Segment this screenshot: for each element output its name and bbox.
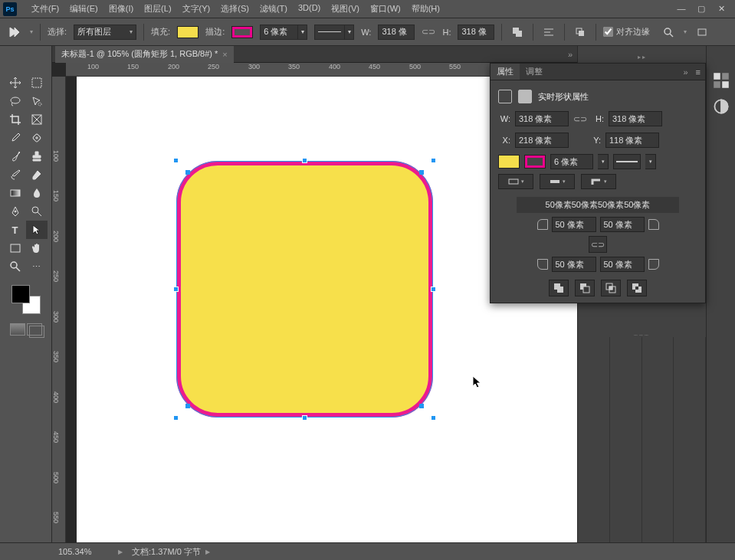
menu-image[interactable]: 图像(I) — [105, 2, 137, 16]
path-arrangement-icon[interactable] — [572, 24, 589, 41]
anchor[interactable] — [185, 170, 190, 175]
width-input[interactable] — [378, 25, 415, 40]
pathop-subtract-icon[interactable] — [575, 280, 595, 296]
menu-3d[interactable]: 3D(D) — [294, 2, 324, 16]
move-tool[interactable] — [5, 74, 26, 92]
prop-stroke-style[interactable] — [613, 154, 641, 169]
stroke-swatch[interactable] — [231, 26, 253, 38]
stroke-corners-dd[interactable]: ▾ — [581, 174, 616, 189]
window-minimize[interactable]: — — [677, 4, 686, 14]
swatches-panel-icon[interactable] — [713, 72, 730, 89]
anchor[interactable] — [419, 404, 424, 408]
window-close[interactable]: ✕ — [717, 4, 726, 14]
corner-bl-input[interactable] — [552, 257, 596, 272]
tab-adjustments[interactable]: 调整 — [520, 64, 549, 80]
prop-w-input[interactable] — [515, 111, 569, 126]
pathop-combine-icon[interactable] — [549, 280, 569, 296]
prop-fill-swatch[interactable] — [498, 155, 520, 169]
healing-tool[interactable] — [26, 129, 48, 147]
quickshare-icon[interactable] — [694, 24, 710, 41]
stroke-caps-dd[interactable]: ▾ — [540, 174, 575, 189]
menu-type[interactable]: 文字(Y) — [179, 2, 215, 16]
handle-tr[interactable] — [431, 158, 436, 163]
zoom-caret-icon[interactable]: ▶ — [118, 549, 123, 555]
eyedropper-tool[interactable] — [5, 129, 26, 147]
lasso-tool[interactable] — [5, 92, 26, 110]
path-select-tool[interactable] — [26, 221, 48, 239]
zoom-tool[interactable] — [5, 257, 26, 276]
menu-view[interactable]: 视图(V) — [327, 2, 363, 16]
fill-swatch[interactable] — [177, 26, 199, 38]
anchor[interactable] — [419, 170, 424, 175]
menu-edit[interactable]: 编辑(E) — [66, 2, 102, 16]
quick-select-tool[interactable] — [26, 92, 48, 110]
handle-br[interactable] — [431, 415, 436, 421]
doc-info[interactable]: 文档:1.37M/0 字节 — [132, 546, 201, 558]
handle-bl[interactable] — [173, 415, 179, 421]
color-swatches[interactable] — [11, 285, 41, 314]
stroke-width-input[interactable] — [260, 25, 298, 40]
menu-select[interactable]: 选择(S) — [217, 2, 253, 16]
pathop-intersect-icon[interactable] — [601, 280, 621, 296]
corner-tr-input[interactable] — [600, 217, 645, 232]
handle-mr[interactable] — [431, 287, 436, 292]
stroke-width-caret[interactable]: ▾ — [298, 25, 307, 40]
marquee-tool[interactable] — [26, 74, 48, 92]
stroke-style-dd[interactable]: ▾ — [645, 154, 656, 169]
link-wh-icon[interactable]: ⊂⊃ — [422, 27, 435, 37]
ruler-vertical[interactable]: 100 150 200 250 300 350 400 450 500 550 — [52, 77, 66, 542]
prop-x-input[interactable] — [515, 133, 569, 148]
menu-file[interactable]: 文件(F) — [28, 2, 63, 16]
edit-toolbar[interactable]: ⋯ — [26, 257, 48, 276]
zoom-level[interactable]: 105.34% — [58, 547, 113, 556]
crop-tool[interactable] — [5, 110, 26, 129]
quick-mask-toggle[interactable] — [10, 323, 42, 336]
stroke-style-preview[interactable] — [314, 25, 345, 40]
pathop-exclude-icon[interactable] — [627, 280, 647, 296]
hand-tool[interactable] — [26, 239, 48, 257]
stroke-width-dd[interactable]: ▾ — [598, 154, 609, 169]
handle-ml[interactable] — [173, 287, 179, 292]
prop-stroke-swatch[interactable] — [524, 155, 546, 169]
tool-preset-icon[interactable] — [6, 24, 23, 41]
frame-tool[interactable] — [26, 110, 48, 129]
prop-h-input[interactable] — [609, 111, 662, 126]
menu-layer[interactable]: 图层(L) — [140, 2, 175, 16]
prop-y-input[interactable] — [605, 133, 659, 148]
menu-window[interactable]: 窗口(W) — [366, 2, 405, 16]
eraser-tool[interactable] — [26, 165, 48, 184]
handle-tl[interactable] — [173, 158, 179, 163]
menu-filter[interactable]: 滤镜(T) — [256, 2, 291, 16]
brush-tool[interactable] — [5, 147, 26, 165]
gradient-tool[interactable] — [5, 184, 26, 202]
collapse-handle-icon[interactable]: ▸▸ — [578, 54, 706, 61]
adjustments-panel-icon[interactable] — [713, 98, 730, 115]
path-alignment-icon[interactable] — [540, 24, 557, 41]
panel-collapse-icon[interactable]: » — [680, 67, 691, 77]
panel-menu-icon[interactable]: ≡ — [691, 67, 705, 77]
type-tool[interactable]: T — [5, 221, 26, 239]
link-corners-button[interactable]: ⊂⊃ — [589, 236, 607, 253]
height-input[interactable] — [458, 25, 494, 40]
stamp-tool[interactable] — [26, 147, 48, 165]
layer-select-dropdown[interactable]: 所有图层 — [74, 25, 136, 40]
window-maximize[interactable]: ▢ — [697, 4, 706, 14]
rounded-rectangle-shape[interactable] — [176, 161, 433, 418]
path-operations-icon[interactable] — [509, 24, 526, 41]
history-brush-tool[interactable] — [5, 165, 26, 184]
link-size-icon[interactable]: ⊂⊃ — [573, 114, 587, 124]
menu-help[interactable]: 帮助(H) — [408, 2, 444, 16]
pen-tool[interactable] — [5, 202, 26, 221]
stroke-style-caret[interactable]: ▾ — [345, 25, 354, 40]
foreground-color[interactable] — [11, 285, 30, 303]
handle-bc[interactable] — [302, 415, 307, 421]
tab-properties[interactable]: 属性 — [491, 64, 520, 80]
blur-tool[interactable] — [26, 184, 48, 202]
handle-tc[interactable] — [302, 158, 307, 163]
stroke-align-dd[interactable]: ▾ — [498, 174, 533, 189]
dodge-tool[interactable] — [26, 202, 48, 221]
prop-stroke-width-input[interactable] — [550, 154, 593, 169]
doc-info-caret-icon[interactable]: ▶ — [205, 549, 210, 555]
search-icon[interactable] — [660, 24, 677, 41]
align-edges-checkbox[interactable]: 对齐边缘 — [603, 26, 650, 38]
